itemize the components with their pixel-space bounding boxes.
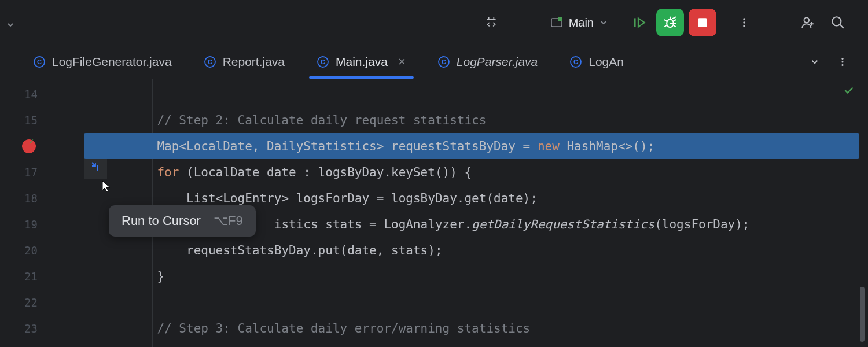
tab-label: Main.java bbox=[336, 55, 388, 69]
run-configuration-selector[interactable]: Main bbox=[542, 12, 616, 34]
build-button[interactable] bbox=[479, 10, 504, 35]
code-line-execution-point[interactable]: Map<LocalDate, DailyStatistics> requestS… bbox=[84, 133, 859, 159]
line-number[interactable]: 20 bbox=[0, 237, 84, 263]
line-number[interactable]: 23 bbox=[0, 315, 84, 341]
breakpoint-verified-icon: ✓ bbox=[29, 136, 34, 146]
line-number[interactable]: 17 bbox=[0, 159, 84, 185]
tab-logfilegenerator[interactable]: C LogFileGenerator.java bbox=[17, 45, 188, 78]
code-line[interactable]: for (LocalDate date : logsByDay.keySet()… bbox=[84, 159, 868, 185]
svg-rect-4 bbox=[698, 18, 707, 27]
code-line[interactable]: // Step 3: Calculate daily error/warning… bbox=[84, 315, 868, 341]
code-with-me-button[interactable] bbox=[795, 10, 821, 35]
tab-report[interactable]: C Report.java bbox=[188, 45, 301, 78]
line-number-breakpoint[interactable]: ✓ bbox=[0, 133, 84, 159]
svg-point-1 bbox=[558, 17, 562, 21]
search-everywhere-button[interactable] bbox=[825, 10, 851, 35]
line-number[interactable]: 18 bbox=[0, 185, 84, 211]
code-line[interactable]: // Step 2: Calculate daily request stati… bbox=[84, 107, 868, 133]
stop-button[interactable] bbox=[689, 9, 716, 36]
svg-text:C: C bbox=[321, 58, 325, 65]
line-number[interactable]: 14 bbox=[0, 81, 84, 107]
resume-button[interactable] bbox=[626, 10, 652, 35]
tab-main[interactable]: C Main.java × bbox=[301, 45, 422, 78]
run-config-label: Main bbox=[569, 16, 594, 29]
svg-point-22 bbox=[841, 64, 843, 65]
code-line[interactable] bbox=[84, 81, 868, 107]
code-line[interactable]: } bbox=[84, 263, 868, 289]
terminal-icon bbox=[550, 16, 563, 29]
svg-point-7 bbox=[743, 25, 745, 27]
tab-label: Report.java bbox=[223, 55, 285, 69]
close-tab-icon[interactable]: × bbox=[398, 54, 406, 69]
vertical-scrollbar[interactable] bbox=[860, 287, 865, 342]
main-toolbar: Main bbox=[0, 0, 868, 45]
svg-text:C: C bbox=[208, 58, 212, 65]
line-number[interactable]: 21 bbox=[0, 263, 84, 289]
tab-label: LogParser.java bbox=[457, 55, 538, 69]
gutter[interactable]: 14 15 ✓ 17 18 19 20 21 22 23 bbox=[0, 79, 84, 347]
window-menu-chevron[interactable] bbox=[6, 20, 15, 31]
editor-tabs: C LogFileGenerator.java C Report.java C … bbox=[0, 45, 868, 79]
tab-label: LogAn bbox=[589, 55, 624, 69]
svg-point-21 bbox=[841, 61, 843, 62]
svg-point-6 bbox=[743, 21, 745, 24]
class-file-icon: C bbox=[204, 56, 216, 68]
tab-logparser[interactable]: C LogParser.java bbox=[422, 45, 554, 78]
class-file-icon: C bbox=[317, 56, 329, 68]
mouse-cursor-icon bbox=[100, 179, 114, 195]
svg-text:C: C bbox=[573, 58, 578, 65]
class-file-icon: C bbox=[438, 56, 450, 68]
tooltip-label: Run to Cursor bbox=[122, 213, 201, 228]
svg-text:C: C bbox=[442, 58, 446, 65]
line-number[interactable]: 19 bbox=[0, 211, 84, 237]
code-line[interactable]: requestStatsByDay.put(date, stats); bbox=[84, 237, 868, 263]
debug-button[interactable] bbox=[656, 9, 684, 36]
tooltip-shortcut: ⌥F9 bbox=[214, 213, 243, 228]
line-number[interactable]: 22 bbox=[0, 289, 84, 315]
inspection-ok-icon[interactable] bbox=[843, 84, 855, 98]
more-actions-button[interactable] bbox=[731, 10, 757, 35]
tab-logan[interactable]: C LogAn bbox=[554, 45, 640, 78]
class-file-icon: C bbox=[570, 56, 582, 68]
svg-point-8 bbox=[804, 17, 810, 23]
tab-dropdown-icon[interactable] bbox=[810, 57, 820, 67]
svg-point-20 bbox=[841, 57, 843, 59]
svg-point-5 bbox=[743, 18, 745, 20]
code-line[interactable] bbox=[84, 289, 868, 315]
svg-text:C: C bbox=[37, 58, 42, 65]
tab-more-icon[interactable] bbox=[837, 57, 848, 67]
class-file-icon: C bbox=[34, 56, 45, 68]
tab-label: LogFileGenerator.java bbox=[52, 55, 172, 69]
chevron-down-icon bbox=[599, 19, 608, 27]
run-to-cursor-tooltip: Run to Cursor ⌥F9 bbox=[109, 205, 256, 237]
line-number[interactable]: 15 bbox=[0, 107, 84, 133]
svg-point-9 bbox=[832, 17, 841, 25]
svg-rect-2 bbox=[634, 18, 635, 27]
